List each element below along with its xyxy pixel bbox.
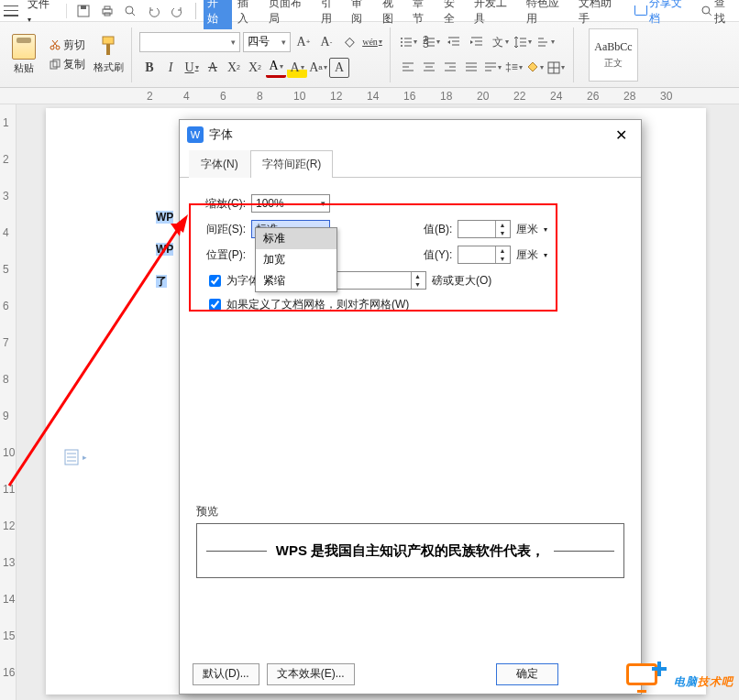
bullet-list-button[interactable]	[398, 32, 418, 52]
grow-font-button[interactable]: A+	[293, 32, 314, 52]
font-name-combo[interactable]: ▾	[139, 32, 240, 52]
vertical-ruler[interactable]: 12345678910111213141516	[0, 104, 17, 700]
align-right-button[interactable]	[440, 58, 460, 78]
spin-down[interactable]: ▼	[496, 255, 508, 263]
copy-button[interactable]: 复制	[46, 56, 89, 73]
close-button[interactable]: ✕	[608, 124, 634, 146]
font-color-button[interactable]: A	[266, 58, 286, 78]
tab-sections[interactable]: 章节	[409, 0, 438, 29]
tab-references[interactable]: 引用	[317, 0, 347, 29]
position-value-spinner[interactable]: ▲▼	[458, 246, 511, 264]
subscript-button[interactable]: X2	[245, 58, 265, 78]
superscript-button[interactable]: X2	[224, 58, 244, 78]
align-left-button[interactable]	[398, 58, 418, 78]
cut-button[interactable]: 剪切	[46, 37, 89, 54]
svg-text:‡≡: ‡≡	[505, 61, 518, 73]
file-menu[interactable]: 文件 ▾	[22, 0, 61, 27]
shading-button[interactable]	[524, 58, 545, 78]
spacing-dropdown-list: 标准 加宽 紧缩	[255, 227, 337, 292]
tab-special[interactable]: 特色应用	[523, 0, 573, 29]
shrink-font-button[interactable]: A-	[316, 32, 336, 52]
svg-line-11	[53, 40, 58, 46]
menubar: 文件 ▾ 开始 插入 页面布局 引用 审阅 视图 章节 安全 开发工具 特色应用…	[0, 0, 739, 22]
spacing-unit[interactable]: 厘米	[516, 222, 538, 237]
hamburger-menu-icon[interactable]	[4, 5, 18, 16]
change-case-button[interactable]: Aa	[308, 58, 328, 78]
tab-pagelayout[interactable]: 页面布局	[265, 0, 315, 29]
svg-text:文: 文	[492, 36, 503, 49]
spacing-value-input[interactable]	[458, 221, 495, 237]
ok-button[interactable]: 确定	[496, 663, 558, 685]
tab-font[interactable]: 字体(N)	[189, 150, 250, 178]
save-icon[interactable]	[72, 0, 94, 22]
phonetic-guide-button[interactable]: wén	[362, 32, 382, 52]
tab-dochelper[interactable]: 文档助手	[575, 0, 625, 29]
outline-nav-icon[interactable]: ▸	[64, 443, 101, 471]
snap-grid-checkbox[interactable]	[209, 299, 221, 311]
spacing-option-expanded[interactable]: 加宽	[256, 249, 336, 270]
spin-up[interactable]: ▲	[496, 221, 508, 229]
clear-format-button[interactable]: ◇	[339, 32, 359, 52]
wps-icon: W	[187, 126, 204, 143]
separator	[131, 27, 132, 82]
document-text-line2[interactable]: WP	[156, 243, 173, 256]
spin-up[interactable]: ▲	[496, 246, 508, 255]
increase-indent-button[interactable]	[467, 32, 487, 52]
redo-icon[interactable]	[166, 0, 188, 22]
text-effect-button[interactable]: 文本效果(E)...	[267, 663, 355, 685]
tab-stops-button[interactable]	[535, 32, 556, 52]
borders-button[interactable]	[546, 58, 566, 78]
zoom-combo[interactable]: 100%▾	[251, 194, 330, 213]
document-text-line1[interactable]: WP	[156, 211, 173, 224]
bold-button[interactable]: B	[139, 58, 160, 78]
spacing-value-spinner[interactable]: ▲▼	[458, 220, 511, 238]
decrease-indent-button[interactable]	[444, 32, 464, 52]
char-border-button[interactable]: A	[329, 58, 349, 78]
undo-icon[interactable]	[143, 0, 165, 22]
highlight-button[interactable]: A	[287, 58, 307, 78]
position-unit[interactable]: 厘米	[516, 247, 538, 263]
paragraph-layout-button[interactable]: ‡≡	[503, 58, 524, 78]
line-spacing-button[interactable]	[513, 32, 533, 52]
spacing-label: 间距(S):	[196, 222, 246, 237]
tab-start[interactable]: 开始	[204, 0, 233, 29]
preview-line	[554, 551, 614, 552]
svg-point-9	[50, 46, 54, 49]
tab-devtools[interactable]: 开发工具	[470, 0, 521, 29]
spin-down[interactable]: ▼	[496, 229, 508, 237]
align-center-button[interactable]	[419, 58, 439, 78]
font-size-combo[interactable]: 四号▾	[243, 32, 291, 52]
tab-view[interactable]: 视图	[379, 0, 408, 29]
print-icon[interactable]	[96, 0, 118, 22]
text-direction-button[interactable]: 文	[490, 32, 510, 52]
document-text-line3[interactable]: 了	[156, 275, 167, 288]
tab-insert[interactable]: 插入	[234, 0, 263, 29]
tab-review[interactable]: 审阅	[347, 0, 377, 29]
tab-char-spacing[interactable]: 字符间距(R)	[250, 150, 334, 178]
align-distribute-button[interactable]	[482, 58, 502, 78]
italic-button[interactable]: I	[160, 58, 181, 78]
dialog-tabs: 字体(N) 字符间距(R)	[180, 149, 641, 178]
horizontal-ruler[interactable]: 24681012141618202224262830	[0, 88, 739, 104]
find-button[interactable]: 查找	[701, 0, 735, 27]
number-list-button[interactable]: 123	[421, 32, 441, 52]
spacing-option-standard[interactable]: 标准	[256, 228, 336, 249]
tab-safety[interactable]: 安全	[440, 0, 469, 29]
share-document-button[interactable]: 分享文档	[634, 0, 692, 27]
kerning-checkbox[interactable]	[209, 275, 221, 287]
style-normal[interactable]: AaBbCc 正文	[589, 28, 638, 82]
spin-up[interactable]: ▲	[412, 272, 424, 280]
spin-down[interactable]: ▼	[412, 280, 424, 289]
paste-button[interactable]: 粘贴	[6, 34, 42, 75]
dialog-titlebar[interactable]: W 字体 ✕	[180, 120, 641, 149]
underline-button[interactable]: U	[182, 58, 202, 78]
default-button[interactable]: 默认(D)...	[193, 663, 259, 685]
strikethrough-button[interactable]: A	[203, 58, 223, 78]
position-value-input[interactable]	[458, 246, 495, 263]
preview-text: WPS 是我国自主知识产权的民族软件代表，	[267, 542, 554, 560]
print-preview-icon[interactable]	[119, 0, 141, 22]
align-justify-button[interactable]	[461, 58, 481, 78]
spacing-option-condensed[interactable]: 紧缩	[256, 270, 336, 291]
format-painter-button[interactable]: 格式刷	[93, 35, 124, 74]
svg-rect-16	[106, 44, 110, 55]
